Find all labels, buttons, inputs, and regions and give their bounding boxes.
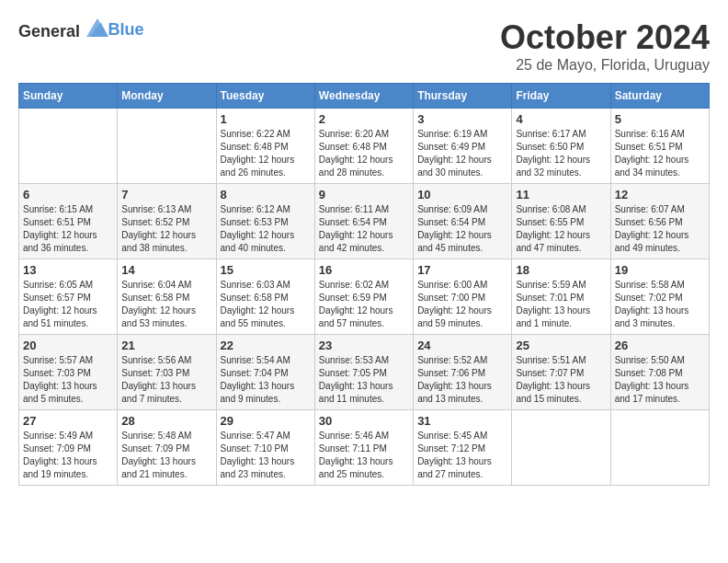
day-number: 8 — [221, 188, 311, 201]
day-number: 3 — [417, 112, 507, 126]
calendar-cell: 9Sunrise: 6:11 AMSunset: 6:54 PMDaylight… — [314, 184, 413, 259]
day-info: Sunrise: 6:20 AMSunset: 6:48 PMDaylight:… — [319, 128, 409, 179]
calendar-cell: 22Sunrise: 5:54 AMSunset: 7:04 PMDayligh… — [216, 335, 314, 410]
day-number: 5 — [615, 112, 705, 126]
day-info: Sunrise: 6:09 AMSunset: 6:54 PMDaylight:… — [417, 203, 507, 255]
day-info: Sunrise: 6:05 AMSunset: 6:57 PMDaylight:… — [23, 279, 113, 330]
day-info: Sunrise: 5:54 AMSunset: 7:04 PMDaylight:… — [221, 354, 311, 406]
calendar-cell: 7Sunrise: 6:13 AMSunset: 6:52 PMDaylight… — [118, 184, 216, 259]
day-number: 23 — [319, 339, 409, 352]
calendar-cell: 30Sunrise: 5:46 AMSunset: 7:11 PMDayligh… — [314, 410, 413, 486]
calendar-cell: 15Sunrise: 6:03 AMSunset: 6:58 PMDayligh… — [216, 259, 314, 335]
header-area: General Blue October 2024 25 de Mayo, Fl… — [18, 18, 710, 74]
day-info: Sunrise: 6:13 AMSunset: 6:52 PMDaylight:… — [121, 203, 211, 255]
day-number: 27 — [23, 414, 113, 428]
day-info: Sunrise: 6:03 AMSunset: 6:58 PMDaylight:… — [221, 279, 311, 330]
day-number: 25 — [516, 339, 606, 352]
day-number: 2 — [319, 112, 409, 126]
day-number: 22 — [221, 339, 311, 352]
day-number: 30 — [319, 414, 409, 428]
day-header-monday: Monday — [118, 84, 216, 109]
day-number: 26 — [615, 339, 705, 352]
calendar-cell: 14Sunrise: 6:04 AMSunset: 6:58 PMDayligh… — [118, 259, 216, 335]
calendar-cell — [610, 410, 709, 486]
day-number: 12 — [615, 188, 705, 201]
day-info: Sunrise: 6:22 AMSunset: 6:48 PMDaylight:… — [221, 128, 311, 179]
day-info: Sunrise: 5:45 AMSunset: 7:12 PMDaylight:… — [417, 430, 507, 481]
calendar-cell: 10Sunrise: 6:09 AMSunset: 6:54 PMDayligh… — [414, 184, 512, 259]
day-info: Sunrise: 6:08 AMSunset: 6:55 PMDaylight:… — [516, 203, 606, 255]
day-header-sunday: Sunday — [19, 84, 118, 109]
day-info: Sunrise: 5:56 AMSunset: 7:03 PMDaylight:… — [121, 354, 211, 406]
day-info: Sunrise: 5:48 AMSunset: 7:09 PMDaylight:… — [121, 430, 211, 481]
calendar-cell: 19Sunrise: 5:58 AMSunset: 7:02 PMDayligh… — [610, 259, 709, 335]
calendar-cell: 1Sunrise: 6:22 AMSunset: 6:48 PMDaylight… — [216, 109, 314, 184]
day-info: Sunrise: 6:16 AMSunset: 6:51 PMDaylight:… — [615, 128, 705, 179]
day-number: 15 — [221, 263, 311, 277]
day-number: 10 — [417, 188, 507, 201]
day-info: Sunrise: 5:47 AMSunset: 7:10 PMDaylight:… — [221, 430, 311, 481]
day-info: Sunrise: 5:46 AMSunset: 7:11 PMDaylight:… — [319, 430, 409, 481]
calendar-cell: 3Sunrise: 6:19 AMSunset: 6:49 PMDaylight… — [414, 109, 512, 184]
day-number: 13 — [23, 263, 113, 277]
calendar-cell: 16Sunrise: 6:02 AMSunset: 6:59 PMDayligh… — [314, 259, 413, 335]
logo: General Blue — [18, 18, 144, 41]
day-number: 24 — [417, 339, 507, 352]
day-number: 18 — [516, 263, 606, 277]
day-info: Sunrise: 5:53 AMSunset: 7:05 PMDaylight:… — [319, 354, 409, 406]
calendar-cell: 25Sunrise: 5:51 AMSunset: 7:07 PMDayligh… — [512, 335, 610, 410]
day-number: 29 — [221, 414, 311, 428]
day-number: 9 — [319, 188, 409, 201]
calendar-cell: 31Sunrise: 5:45 AMSunset: 7:12 PMDayligh… — [414, 410, 512, 486]
logo-icon — [86, 18, 108, 37]
day-number: 6 — [23, 188, 113, 201]
calendar-cell: 5Sunrise: 6:16 AMSunset: 6:51 PMDaylight… — [610, 109, 709, 184]
calendar-cell: 2Sunrise: 6:20 AMSunset: 6:48 PMDaylight… — [314, 109, 413, 184]
day-info: Sunrise: 5:49 AMSunset: 7:09 PMDaylight:… — [23, 430, 113, 481]
day-info: Sunrise: 6:19 AMSunset: 6:49 PMDaylight:… — [417, 128, 507, 179]
calendar-cell: 18Sunrise: 5:59 AMSunset: 7:01 PMDayligh… — [512, 259, 610, 335]
day-info: Sunrise: 5:50 AMSunset: 7:08 PMDaylight:… — [615, 354, 705, 406]
logo-general: General — [18, 22, 80, 40]
day-header-wednesday: Wednesday — [314, 84, 413, 109]
calendar-cell: 6Sunrise: 6:15 AMSunset: 6:51 PMDaylight… — [19, 184, 118, 259]
calendar-cell — [512, 410, 610, 486]
day-info: Sunrise: 6:12 AMSunset: 6:53 PMDaylight:… — [221, 203, 311, 255]
day-number: 14 — [121, 263, 211, 277]
calendar-cell: 26Sunrise: 5:50 AMSunset: 7:08 PMDayligh… — [610, 335, 709, 410]
day-number: 16 — [319, 263, 409, 277]
calendar-cell — [19, 109, 118, 184]
calendar-cell: 21Sunrise: 5:56 AMSunset: 7:03 PMDayligh… — [118, 335, 216, 410]
calendar-cell: 23Sunrise: 5:53 AMSunset: 7:05 PMDayligh… — [314, 335, 413, 410]
title-area: October 2024 25 de Mayo, Florida, Urugua… — [500, 18, 710, 74]
day-header-tuesday: Tuesday — [216, 84, 314, 109]
calendar-table: SundayMondayTuesdayWednesdayThursdayFrid… — [18, 83, 710, 486]
day-info: Sunrise: 6:15 AMSunset: 6:51 PMDaylight:… — [23, 203, 113, 255]
calendar-cell: 24Sunrise: 5:52 AMSunset: 7:06 PMDayligh… — [414, 335, 512, 410]
day-number: 31 — [417, 414, 507, 428]
day-number: 20 — [23, 339, 113, 352]
calendar-cell: 27Sunrise: 5:49 AMSunset: 7:09 PMDayligh… — [19, 410, 118, 486]
day-number: 1 — [221, 112, 311, 126]
calendar-cell: 17Sunrise: 6:00 AMSunset: 7:00 PMDayligh… — [414, 259, 512, 335]
day-header-thursday: Thursday — [414, 84, 512, 109]
day-info: Sunrise: 6:17 AMSunset: 6:50 PMDaylight:… — [516, 128, 606, 179]
day-info: Sunrise: 6:07 AMSunset: 6:56 PMDaylight:… — [615, 203, 705, 255]
day-number: 11 — [516, 188, 606, 201]
calendar-cell: 20Sunrise: 5:57 AMSunset: 7:03 PMDayligh… — [19, 335, 118, 410]
day-number: 28 — [121, 414, 211, 428]
day-info: Sunrise: 6:04 AMSunset: 6:58 PMDaylight:… — [121, 279, 211, 330]
day-number: 19 — [615, 263, 705, 277]
subtitle: 25 de Mayo, Florida, Uruguay — [500, 57, 710, 74]
day-number: 17 — [417, 263, 507, 277]
day-info: Sunrise: 6:11 AMSunset: 6:54 PMDaylight:… — [319, 203, 409, 255]
calendar-cell: 4Sunrise: 6:17 AMSunset: 6:50 PMDaylight… — [512, 109, 610, 184]
logo-blue: Blue — [108, 20, 144, 39]
calendar-cell: 29Sunrise: 5:47 AMSunset: 7:10 PMDayligh… — [216, 410, 314, 486]
day-header-saturday: Saturday — [610, 84, 709, 109]
day-number: 21 — [121, 339, 211, 352]
day-info: Sunrise: 6:02 AMSunset: 6:59 PMDaylight:… — [319, 279, 409, 330]
day-header-friday: Friday — [512, 84, 610, 109]
day-number: 7 — [121, 188, 211, 201]
day-info: Sunrise: 5:52 AMSunset: 7:06 PMDaylight:… — [417, 354, 507, 406]
